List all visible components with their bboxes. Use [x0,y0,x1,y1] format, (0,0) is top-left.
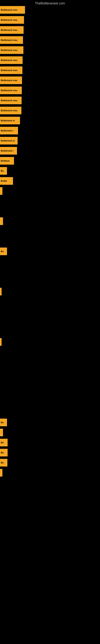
bar-label: Bo [1,170,4,172]
bar-item [0,288,1,296]
bar-label: Bottleneck resu [1,99,17,102]
bar-label: Bottleneck resu [1,89,17,92]
bar-label: Bottleneck resu [1,19,17,21]
bar-item: Bottleneck resu [0,46,23,54]
bar-label: Bottleneck re [1,119,15,122]
bar-label: Bottlene [1,160,10,162]
bar-label: Bottleneck resu [1,49,17,51]
bar-item: Bottleneck r [0,127,18,134]
bar-label: Bo [1,441,4,444]
bar-item: Bo [0,459,7,466]
bar-label: Bottleneck resu [1,39,17,41]
bar-item: Bo [0,449,8,456]
bar-item: Bo [0,418,7,426]
bar-label: Bottleneck resu [1,69,17,72]
bar-label: Bottle [1,180,7,182]
bar-label: Bottleneck re [1,140,15,142]
bar-item: Bottleneck resu [0,86,22,94]
bar-item: Bottleneck resu [0,36,23,44]
bar-item: Bottleneck resu [0,76,22,84]
bar-item [0,187,2,195]
bar-item: Bottleneck resu [0,56,23,64]
bar-item: Bottleneck re [0,117,20,124]
bar-item: Bottleneck resu [0,16,24,24]
bar-item: Bottleneck resu [0,107,21,114]
bar-item: Bottleneck resu [0,6,25,14]
bar-label: Bo [1,462,4,464]
bar-item: Bottleneck resu [0,26,24,34]
bar-label: Bo [1,250,4,252]
bar-item: Bo [0,439,8,446]
bar-label: Bo [1,421,4,424]
site-title: TheBottlenecker.com [0,0,100,7]
bar-item: Bo [0,167,7,175]
bar-item [0,217,3,225]
bar-item: Bottleneck resu [0,96,22,104]
bar-item: Bottle [0,177,13,185]
bar-label: Bottleneck resu [1,59,17,62]
bar-label: Bottleneck resu [1,109,17,112]
bar-label: Bottleneck resu [1,79,17,82]
bar-item: Bo [0,248,7,255]
bar-label: Bottleneck resu [1,29,17,31]
bar-item [0,469,2,476]
bar-label: Bottleneck r [1,130,14,132]
bar-label: Bottleneck resu [1,9,17,11]
bar-item [0,338,1,346]
bar-item: Bottleneck r [0,147,17,154]
bar-label: Bottleneck r [1,150,14,152]
bar-item [0,429,3,436]
bar-item: Bottlene [0,157,14,164]
bar-label: Bo [1,452,4,454]
bar-item: Bottleneck re [0,137,18,144]
bar-item: Bottleneck resu [0,66,22,74]
